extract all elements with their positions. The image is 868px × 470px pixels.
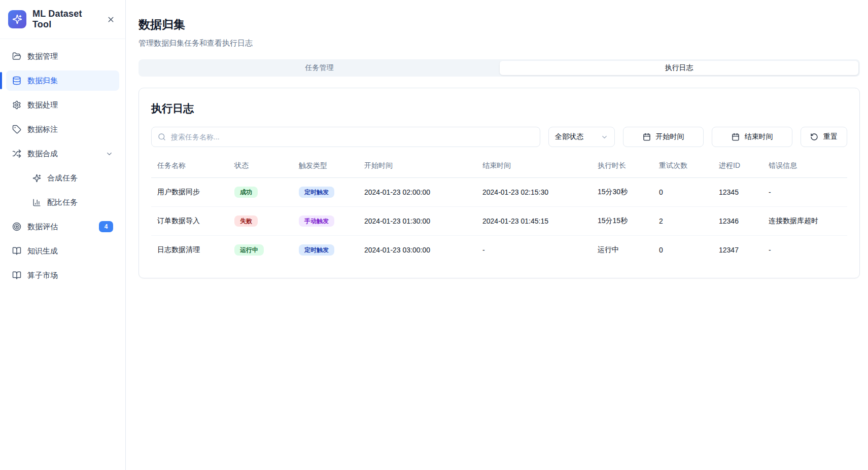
sidebar-item-synthesis-task[interactable]: 合成任务 <box>6 168 119 188</box>
column-header-start-time: 开始时间 <box>358 155 476 178</box>
process-id-cell: 12345 <box>713 178 762 207</box>
column-header-end-time: 结束时间 <box>476 155 592 178</box>
target-icon <box>12 222 21 231</box>
tab-execution-logs[interactable]: 执行日志 <box>500 61 858 75</box>
start-time-label: 开始时间 <box>656 132 684 141</box>
end-time-cell: 2024-01-23 02:15:30 <box>476 178 592 207</box>
count-badge: 4 <box>99 221 113 232</box>
calendar-icon <box>643 133 651 141</box>
column-header-process-id: 进程ID <box>713 155 762 178</box>
folder-open-icon <box>12 52 21 61</box>
tag-icon <box>12 125 21 134</box>
column-header-error-message: 错误信息 <box>762 155 847 178</box>
execution-logs-table: 任务名称 状态 触发类型 开始时间 结束时间 执行时长 重试次数 进程ID 错误… <box>151 155 847 264</box>
tab-task-management[interactable]: 任务管理 <box>140 61 499 75</box>
execution-logs-card: 执行日志 全部状态 开始时间 <box>138 88 860 278</box>
app-title: ML Dataset Tool <box>32 9 98 30</box>
table-header-row: 任务名称 状态 触发类型 开始时间 结束时间 执行时长 重试次数 进程ID 错误… <box>151 155 847 178</box>
sidebar-item-ratio-task[interactable]: 配比任务 <box>6 192 119 212</box>
column-header-retries: 重试次数 <box>653 155 713 178</box>
sidebar-item-knowledge-generation[interactable]: 知识生成 <box>6 241 119 261</box>
sidebar-item-label: 数据归集 <box>27 76 58 86</box>
sidebar-item-operator-market[interactable]: 算子市场 <box>6 265 119 285</box>
reset-label: 重置 <box>823 132 838 141</box>
column-header-duration: 执行时长 <box>592 155 653 178</box>
start-time-cell: 2024-01-23 03:00:00 <box>358 236 476 265</box>
end-time-label: 结束时间 <box>745 132 773 141</box>
sidebar-item-data-annotation[interactable]: 数据标注 <box>6 119 119 139</box>
task-name-cell: 订单数据导入 <box>151 207 228 236</box>
tabbar: 任务管理 执行日志 <box>138 59 860 77</box>
sidebar-item-data-processing[interactable]: 数据处理 <box>6 95 119 115</box>
trigger-type-badge: 定时触发 <box>299 244 334 256</box>
task-name-cell: 日志数据清理 <box>151 236 228 265</box>
page-subtitle: 管理数据归集任务和查看执行日志 <box>138 39 860 48</box>
trigger-type-badge: 定时触发 <box>299 187 334 198</box>
column-header-trigger-type: 触发类型 <box>293 155 358 178</box>
process-id-cell: 12346 <box>713 207 762 236</box>
status-badge: 运行中 <box>234 244 264 256</box>
main-content: 数据归集 管理数据归集任务和查看执行日志 任务管理 执行日志 执行日志 全部状态 <box>126 0 868 470</box>
gear-icon <box>12 100 21 110</box>
sidebar-item-label: 数据评估 <box>27 222 58 232</box>
sidebar-item-label: 配比任务 <box>47 198 78 207</box>
start-time-cell: 2024-01-23 02:00:00 <box>358 178 476 207</box>
search-box <box>151 127 540 147</box>
sidebar-item-data-evaluation[interactable]: 数据评估 4 <box>6 216 119 237</box>
sidebar: ML Dataset Tool 数据管理 数据归集 数据处理 <box>0 0 126 470</box>
filter-bar: 全部状态 开始时间 结束时间 <box>151 127 847 147</box>
retries-cell: 2 <box>653 207 713 236</box>
sidebar-item-label: 数据标注 <box>27 125 58 134</box>
task-name-cell: 用户数据同步 <box>151 178 228 207</box>
duration-cell: 运行中 <box>592 236 653 265</box>
close-sidebar-icon[interactable] <box>105 13 117 26</box>
end-time-cell: - <box>476 236 592 265</box>
bar-chart-icon <box>32 198 41 207</box>
sidebar-item-data-management[interactable]: 数据管理 <box>6 46 119 66</box>
start-time-cell: 2024-01-23 01:30:00 <box>358 207 476 236</box>
search-icon <box>158 133 166 141</box>
chevron-down-icon <box>601 133 608 141</box>
table-row: 用户数据同步 成功 定时触发 2024-01-23 02:00:00 2024-… <box>151 178 847 207</box>
sidebar-header: ML Dataset Tool <box>0 0 125 39</box>
sidebar-item-label: 数据处理 <box>27 100 58 110</box>
book-open-icon <box>12 246 21 256</box>
error-message-cell: 连接数据库超时 <box>762 207 847 236</box>
book-open-icon <box>12 271 21 280</box>
error-message-cell: - <box>762 236 847 265</box>
retries-cell: 0 <box>653 178 713 207</box>
sidebar-item-label: 合成任务 <box>47 173 78 183</box>
column-header-task-name: 任务名称 <box>151 155 228 178</box>
shuffle-icon <box>12 149 21 158</box>
sparkles-icon <box>12 14 22 24</box>
status-badge: 成功 <box>234 187 258 198</box>
card-title: 执行日志 <box>151 101 847 116</box>
end-time-button[interactable]: 结束时间 <box>712 127 792 147</box>
reset-button[interactable]: 重置 <box>801 127 847 147</box>
search-input[interactable] <box>171 133 534 141</box>
sidebar-nav: 数据管理 数据归集 数据处理 数据标注 数据合成 <box>0 39 125 293</box>
sidebar-item-label: 算子市场 <box>27 271 58 280</box>
sidebar-item-label: 数据合成 <box>27 149 58 159</box>
status-filter-select[interactable]: 全部状态 <box>548 127 615 147</box>
status-badge: 失败 <box>234 215 258 227</box>
sparkles-icon <box>32 174 41 183</box>
table-row: 日志数据清理 运行中 定时触发 2024-01-23 03:00:00 - 运行… <box>151 236 847 265</box>
error-message-cell: - <box>762 178 847 207</box>
start-time-button[interactable]: 开始时间 <box>623 127 704 147</box>
process-id-cell: 12347 <box>713 236 762 265</box>
calendar-icon <box>732 133 740 141</box>
database-icon <box>12 76 21 85</box>
status-filter-value: 全部状态 <box>555 132 583 141</box>
end-time-cell: 2024-01-23 01:45:15 <box>476 207 592 236</box>
sidebar-item-data-collection[interactable]: 数据归集 <box>6 70 119 91</box>
table-row: 订单数据导入 失败 手动触发 2024-01-23 01:30:00 2024-… <box>151 207 847 236</box>
rotate-ccw-icon <box>810 133 818 141</box>
retries-cell: 0 <box>653 236 713 265</box>
column-header-status: 状态 <box>228 155 293 178</box>
duration-cell: 15分30秒 <box>592 178 653 207</box>
sidebar-item-data-synthesis[interactable]: 数据合成 <box>6 143 119 164</box>
app-logo <box>8 10 26 28</box>
page-title: 数据归集 <box>138 17 860 32</box>
sidebar-item-label: 知识生成 <box>27 246 58 256</box>
